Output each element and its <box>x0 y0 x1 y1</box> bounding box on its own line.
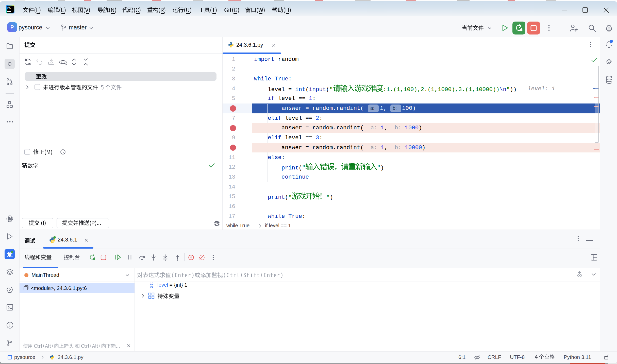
svg-text:PC: PC <box>7 6 11 9</box>
svg-text:P: P <box>10 24 14 30</box>
